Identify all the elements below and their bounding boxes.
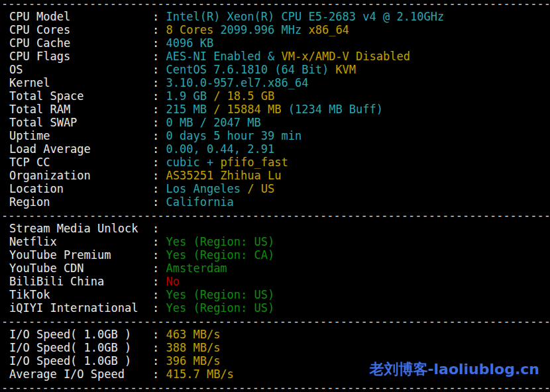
colon: :: [152, 354, 166, 368]
row-label: I/O Speed( 1.0GB ): [9, 354, 152, 368]
separator-line: ----------------------------------------…: [0, 381, 550, 392]
row-location: Location: Los Angeles / US: [0, 182, 550, 195]
value-segment: 8 Cores: [166, 23, 220, 36]
watermark: 老刘博客-laoliublog.cn: [369, 360, 539, 379]
value-segment: pfifo_fast: [220, 156, 288, 169]
colon: :: [152, 275, 166, 288]
row-netflix: Netflix: Yes (Region: US): [0, 235, 550, 248]
row-youtube-cdn: YouTube CDN: Amsterdam: [0, 262, 550, 275]
value-segment: 396 MB/s: [166, 354, 220, 368]
value-segment: 0 days 5 hour 39 min: [166, 129, 302, 142]
colon: :: [152, 182, 166, 195]
value-segment: 1.9 GB: [166, 89, 213, 103]
row-cpu-model: CPU Model: Intel(R) Xeon(R) CPU E5-2683 …: [0, 10, 550, 23]
value-segment: Amsterdam: [166, 262, 227, 275]
row-label: CPU Cache: [9, 36, 152, 50]
row-youtube-premium: YouTube Premium: Yes (Region: CA): [0, 248, 550, 262]
row-cpu-cores: CPU Cores: 8 Cores 2099.996 MHz x86_64: [0, 23, 550, 36]
value-segment: 388 MB/s: [166, 341, 220, 354]
value-segment: cubic +: [166, 156, 220, 169]
row-total-space: Total Space: 1.9 GB / 18.5 GB: [0, 89, 550, 103]
separator-line: ----------------------------------------…: [0, 315, 550, 328]
colon: :: [152, 116, 166, 129]
colon: :: [152, 89, 166, 103]
colon: :: [152, 222, 166, 235]
row-label: TCP CC: [9, 156, 152, 169]
row-label: Total RAM: [9, 103, 152, 116]
value-segment: Yes (Region: US): [166, 235, 274, 248]
colon: :: [152, 103, 166, 116]
value-segment: VM-x/AMD-V Disabled: [281, 50, 410, 63]
value-segment: Intel(R) Xeon(R) CPU E5-2683 v4 @ 2.10GH…: [166, 10, 444, 23]
row-label: CPU Cores: [9, 23, 152, 36]
value-segment: 215 MB: [166, 103, 213, 116]
row-os: OS: CentOS 7.6.1810 (64 Bit) KVM: [0, 63, 550, 76]
row-kernel: Kernel: 3.10.0-957.el7.x86_64: [0, 76, 550, 89]
row-bilibili-china: BiliBili China: No: [0, 275, 550, 288]
row-label: YouTube CDN: [9, 262, 152, 275]
value-segment: KVM: [335, 63, 356, 76]
colon: :: [152, 36, 166, 50]
row-label: Organization: [9, 169, 152, 182]
row-label: CPU Flags: [9, 50, 152, 63]
value-segment: x86_64: [308, 23, 349, 36]
colon: :: [152, 301, 166, 315]
row-label: YouTube Premium: [9, 248, 152, 262]
colon: :: [152, 248, 166, 262]
row-label: Load Average: [9, 142, 152, 156]
colon: :: [152, 156, 166, 169]
value-segment: Yes (Region: CA): [166, 248, 274, 262]
row-label: BiliBili China: [9, 275, 152, 288]
separator-line: ----------------------------------------…: [0, 209, 550, 222]
colon: :: [152, 10, 166, 23]
value-segment: 0.00, 0.44, 2.91: [166, 142, 274, 156]
row-cpu-cache: CPU Cache: 4096 KB: [0, 36, 550, 50]
row-label: Total Space: [9, 89, 152, 103]
value-segment: / 15884 MB: [213, 103, 288, 116]
colon: :: [152, 142, 166, 156]
colon: :: [152, 235, 166, 248]
value-segment: Yes (Region: US): [166, 301, 274, 315]
value-segment: Yes (Region: US): [166, 288, 274, 301]
row-label: Netflix: [9, 235, 152, 248]
row-tiktok: TikTok: Yes (Region: US): [0, 288, 550, 301]
colon: :: [152, 195, 166, 209]
value-segment: / US: [247, 182, 274, 195]
colon: :: [152, 76, 166, 89]
colon: :: [152, 129, 166, 142]
row-label: Total SWAP: [9, 116, 152, 129]
colon: :: [152, 63, 166, 76]
row-tcp-cc: TCP CC: cubic + pfifo_fast: [0, 156, 550, 169]
colon: :: [152, 341, 166, 354]
row-iqiyi-international: iQIYI International: Yes (Region: US): [0, 301, 550, 315]
colon: :: [152, 169, 166, 182]
terminal-output: ----------------------------------------…: [0, 0, 550, 392]
row-label: iQIYI International: [9, 301, 152, 315]
row-label: Average I/O Speed: [9, 368, 152, 381]
row-cpu-flags: CPU Flags: AES-NI Enabled & VM-x/AMD-V D…: [0, 50, 550, 63]
colon: :: [152, 23, 166, 36]
row-uptime: Uptime: 0 days 5 hour 39 min: [0, 129, 550, 142]
value-segment: 0 MB / 2047 MB: [166, 116, 260, 129]
row-label: Kernel: [9, 76, 152, 89]
row-label: OS: [9, 63, 152, 76]
value-segment: AS35251 Zhihua Lu: [166, 169, 281, 182]
colon: :: [152, 50, 166, 63]
row-label: Region: [9, 195, 152, 209]
colon: :: [152, 328, 166, 341]
row-label: Uptime: [9, 129, 152, 142]
value-segment: Los Angeles: [166, 182, 247, 195]
value-segment: CentOS 7.6.1810 (64 Bit): [166, 63, 335, 76]
separator-line: ----------------------------------------…: [0, 0, 550, 10]
colon: :: [152, 288, 166, 301]
colon: :: [152, 262, 166, 275]
row-label: I/O Speed( 1.0GB ): [9, 341, 152, 354]
row-stream-media-unlock: Stream Media Unlock:: [0, 222, 550, 235]
value-segment: 2099.996 MHz: [220, 23, 308, 36]
value-segment: No: [166, 275, 179, 288]
value-segment: 4096 KB: [166, 36, 213, 50]
value-segment: AES-NI Enabled &: [166, 50, 281, 63]
row-label: I/O Speed( 1.0GB ): [9, 328, 152, 341]
row-i-o-speed-1-0gb: I/O Speed( 1.0GB ): 388 MB/s: [0, 341, 550, 354]
row-label: Location: [9, 182, 152, 195]
